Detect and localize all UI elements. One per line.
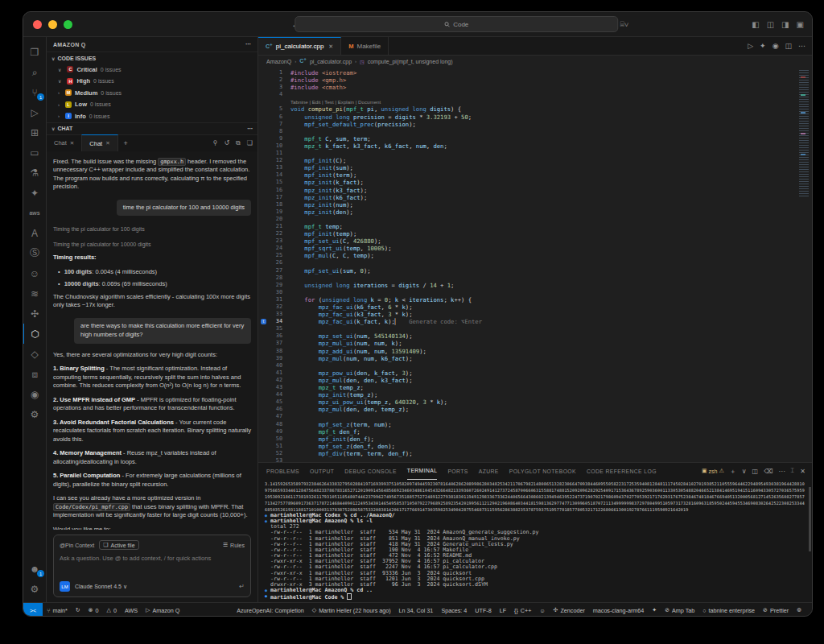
editor-tab-Makefile[interactable]: MMakefile bbox=[341, 37, 389, 55]
statusbar-blame[interactable]: ◇Martin Heller (22 hours ago) bbox=[308, 607, 395, 614]
codelens-actions[interactable]: Tabnine | Edit | Test | Explain | Docume… bbox=[290, 98, 381, 105]
statusbar-git-branch[interactable]: ⑂main* bbox=[43, 607, 72, 614]
run-button[interactable]: ▷ bbox=[748, 42, 753, 50]
statusbar-azure-openai[interactable]: AzureOpenAI: Completion bbox=[233, 607, 308, 614]
panel-bottom-toggle-icon[interactable]: ◫ bbox=[767, 20, 774, 29]
search-icon[interactable]: ⌕ bbox=[23, 62, 46, 82]
issue-row-info[interactable]: ›IInfo0 issues bbox=[47, 110, 258, 122]
breadcrumb-item[interactable]: compute_pi(mpf_t, unsigned long) bbox=[368, 59, 453, 64]
pin-context-button[interactable]: @Pin Context bbox=[60, 543, 94, 548]
editor-tab-pi_calculator.cpp[interactable]: C⁺pi_calculator.cpp✕ bbox=[258, 37, 341, 55]
more-actions-icon[interactable]: ⋯ bbox=[798, 42, 805, 50]
chat-more-actions-icon[interactable]: ⋯ bbox=[247, 126, 253, 132]
s-coin-icon[interactable]: Ⓢ bbox=[23, 243, 46, 263]
statusbar-zencoder[interactable]: ✣Zencoder bbox=[550, 607, 589, 614]
explorer-icon[interactable]: ❐ bbox=[23, 42, 46, 62]
panel-tab-output[interactable]: OUTPUT bbox=[310, 463, 334, 479]
source-control-icon[interactable]: ⑂1 bbox=[23, 82, 46, 102]
testing-icon[interactable]: ⚗ bbox=[23, 163, 46, 183]
statusbar-prettier[interactable]: ⊘Prettier bbox=[759, 607, 793, 614]
statusbar-notifications-bell[interactable]: ⊚ bbox=[793, 607, 805, 613]
statusbar-encoding[interactable]: UTF-8 bbox=[471, 607, 495, 614]
close-tab-icon[interactable]: ✕ bbox=[328, 43, 333, 50]
zencoder-icon[interactable]: ✣ bbox=[23, 303, 46, 324]
issue-row-low[interactable]: ›LLow0 issues bbox=[47, 99, 258, 111]
panel-tab-polyglot-notebook[interactable]: POLYGLOT NOTEBOOK bbox=[509, 463, 576, 479]
history-icon[interactable]: ↺ bbox=[224, 139, 229, 147]
statusbar-tabnine[interactable]: ○tabnine enterprise bbox=[698, 607, 759, 614]
issue-row-high[interactable]: ∨HHigh0 issues bbox=[47, 76, 258, 88]
chat-input-box[interactable]: @Pin Context ❏Active file ☰Rules Ask a q… bbox=[53, 535, 251, 597]
statusbar-warnings[interactable]: △0 bbox=[103, 607, 121, 614]
chat-section-header[interactable]: ∨CHAT ⋯ bbox=[47, 122, 258, 134]
panel-left-toggle-icon[interactable]: ◧ bbox=[752, 20, 759, 29]
rules-button[interactable]: ☰Rules bbox=[223, 542, 245, 548]
account-icon[interactable]: ☻1 bbox=[23, 559, 46, 579]
issue-row-medium[interactable]: ›MMedium0 issues bbox=[47, 87, 258, 99]
terminal-scrollbar[interactable] bbox=[809, 487, 811, 551]
close-tab-icon[interactable]: ✕ bbox=[105, 140, 109, 147]
chat-message-list[interactable]: Fixed. The build issue was the missing g… bbox=[47, 151, 258, 530]
panel-tab-terminal[interactable]: TERMINAL bbox=[407, 463, 438, 480]
panel-right-toggle-icon[interactable]: ◨ bbox=[781, 20, 789, 29]
breadcrumb-item[interactable]: pi_calculator.cpp bbox=[310, 59, 352, 64]
statusbar-language-mode[interactable]: {}C++ bbox=[510, 607, 535, 614]
layout-toggle-icon[interactable]: ▣ bbox=[797, 20, 804, 29]
terminal[interactable]: 3.14159265358979323846264338327950288419… bbox=[258, 479, 812, 602]
play-hex-icon[interactable]: ◇ bbox=[23, 344, 46, 364]
amazon-q-icon[interactable]: ⬡ bbox=[23, 324, 47, 344]
sidebar-more-actions-icon[interactable]: ⋯ bbox=[245, 41, 251, 47]
tabnine-icon[interactable]: ◉ bbox=[772, 42, 779, 50]
tabnine-waves-icon[interactable]: ≋ bbox=[23, 283, 46, 303]
issue-row-critical[interactable]: ∨CCritical0 issues bbox=[47, 64, 258, 76]
copilot-icon[interactable]: ◉ bbox=[23, 384, 46, 404]
terminal-dropdown-icon[interactable]: ∨ bbox=[742, 468, 747, 475]
customize-layout-icon[interactable]: ⌸∨ bbox=[620, 20, 628, 29]
breadcrumb[interactable]: AmazonQ›C⁺pi_calculator.cpp›◳compute_pi(… bbox=[258, 56, 812, 67]
statusbar-cursor-position[interactable]: Ln 34, Col 31 bbox=[395, 607, 438, 614]
chat-tab-1[interactable]: Chat✕ bbox=[81, 134, 117, 151]
panel-tab-ports[interactable]: PORTS bbox=[447, 463, 468, 479]
split-terminal-icon[interactable]: ◫ bbox=[752, 468, 759, 475]
aws-icon[interactable]: aws bbox=[23, 203, 46, 223]
robot-icon[interactable]: ☺ bbox=[23, 263, 46, 283]
new-chat-tab-button[interactable]: + bbox=[118, 139, 134, 147]
maximize-panel-icon[interactable]: ⌶ bbox=[790, 467, 794, 475]
sparkle-icon[interactable]: ✦ bbox=[23, 183, 46, 203]
new-terminal-icon[interactable]: ＋ bbox=[730, 467, 736, 476]
chat-tab-0[interactable]: Chat✕ bbox=[47, 135, 81, 151]
sparkle-icon[interactable]: ✦ bbox=[760, 42, 766, 50]
extensions-icon[interactable]: ⊞ bbox=[23, 122, 46, 142]
remote-explorer-icon[interactable]: ▭ bbox=[23, 142, 46, 163]
close-window-button[interactable] bbox=[33, 20, 42, 29]
file-gear-icon[interactable]: ⚙ bbox=[23, 404, 46, 424]
statusbar-indentation[interactable]: Spaces: 4 bbox=[437, 607, 471, 614]
code-issues-header[interactable]: ∨CODE ISSUES bbox=[47, 52, 258, 64]
statusbar-amp-tab[interactable]: ⊘Amp Tab bbox=[661, 607, 698, 614]
run-debug-icon[interactable]: ▷ bbox=[23, 102, 46, 122]
code-editor[interactable]: 1#include <iostream>2#include <gmp.h>3#i… bbox=[258, 67, 812, 462]
remote-indicator[interactable]: >< bbox=[23, 603, 43, 617]
send-enter-icon[interactable]: ↵ bbox=[239, 583, 245, 590]
statusbar-eol[interactable]: LF bbox=[496, 607, 510, 614]
statusbar-sync[interactable]: ↻ bbox=[72, 607, 84, 613]
statusbar-problems[interactable]: ⊗0 bbox=[84, 607, 103, 614]
zoom-window-button[interactable] bbox=[64, 20, 72, 29]
pin-icon[interactable]: ⚲ bbox=[213, 139, 218, 147]
panel-more-icon[interactable]: ⋯ bbox=[778, 468, 785, 475]
cube-icon[interactable]: ⧈ bbox=[23, 364, 46, 384]
open-window-icon[interactable]: ⧉ bbox=[236, 139, 241, 147]
statusbar-aws[interactable]: AWS bbox=[121, 607, 142, 614]
panel-tab-debug-console[interactable]: DEBUG CONSOLE bbox=[344, 463, 397, 479]
model-selector[interactable]: Claude Sonnet 4.5 ∨ bbox=[75, 584, 127, 590]
minimap[interactable] bbox=[799, 70, 809, 197]
breadcrumb-item[interactable]: AmazonQ bbox=[266, 59, 291, 64]
panel-tab-code-reference-log[interactable]: CODE REFERENCE LOG bbox=[587, 463, 657, 479]
tabnine-gutter-icon[interactable]: t bbox=[261, 319, 266, 324]
statusbar-sparkle[interactable]: ✦ bbox=[648, 607, 661, 613]
close-panel-icon[interactable]: ✕ bbox=[800, 468, 805, 475]
new-file-icon[interactable]: ❏ bbox=[247, 139, 253, 147]
minimize-window-button[interactable] bbox=[48, 20, 57, 29]
split-editor-icon[interactable]: ◫ bbox=[785, 42, 792, 50]
statusbar-kit[interactable]: macos-clang-arm64 bbox=[589, 607, 649, 614]
